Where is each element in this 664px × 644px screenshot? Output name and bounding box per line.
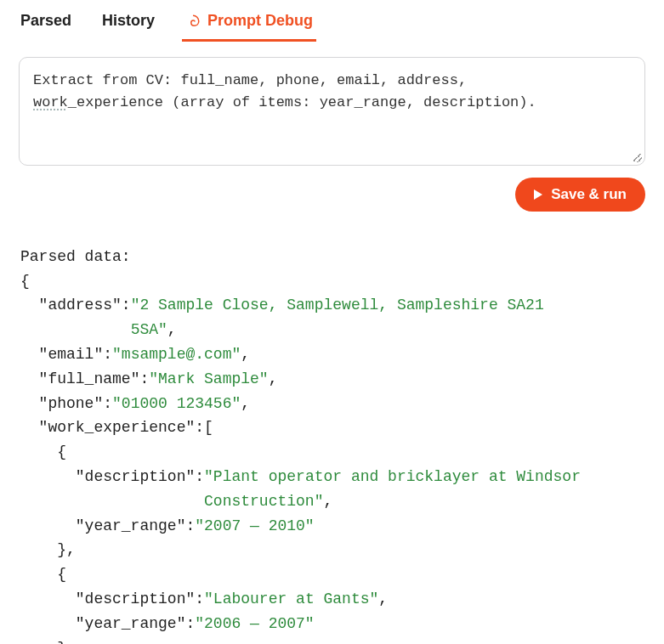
field-fullname-key: "full_name" bbox=[39, 370, 140, 387]
we1-desc-value-cont: Construction" bbox=[204, 493, 323, 510]
parsed-output: Parsed data: { "address":"2 Sample Close… bbox=[19, 220, 645, 644]
tab-parsed[interactable]: Parsed bbox=[20, 12, 71, 40]
prompt-line-1: Extract from CV: full_name, phone, email… bbox=[33, 72, 467, 88]
field-phone-value: "01000 123456" bbox=[112, 395, 241, 412]
spiral-icon bbox=[185, 14, 201, 29]
prompt-line-2-rest: _experience (array of items: year_range,… bbox=[68, 94, 536, 110]
content-area: Extract from CV: full_name, phone, email… bbox=[0, 40, 664, 644]
field-address-value: "2 Sample Close, Samplewell, Sampleshire… bbox=[131, 297, 544, 314]
field-email-key: "email" bbox=[39, 346, 104, 363]
field-workexp-key: "work_experience" bbox=[39, 419, 196, 436]
we1-desc-key: "description" bbox=[76, 468, 195, 485]
we2-desc-value: "Labourer at Gants" bbox=[204, 590, 378, 607]
field-address-value-cont: 5SA" bbox=[131, 321, 167, 338]
tab-bar: Parsed History Prompt Debug bbox=[0, 0, 664, 40]
output-header: Parsed data: bbox=[20, 248, 131, 265]
save-and-run-button[interactable]: Save & run bbox=[515, 178, 645, 212]
field-fullname-value: "Mark Sample" bbox=[149, 370, 268, 387]
save-and-run-label: Save & run bbox=[551, 186, 627, 203]
play-icon bbox=[534, 189, 542, 200]
tab-prompt-debug[interactable]: Prompt Debug bbox=[185, 12, 313, 40]
prompt-underlined-word: work bbox=[33, 94, 68, 110]
field-address-key: "address" bbox=[39, 297, 122, 314]
we2-desc-key: "description" bbox=[76, 590, 195, 607]
tab-prompt-debug-label: Prompt Debug bbox=[207, 12, 313, 30]
we1-year-value: "2007 — 2010" bbox=[195, 517, 314, 534]
we2-year-value: "2006 — 2007" bbox=[195, 615, 314, 632]
json-open-brace: { bbox=[20, 273, 30, 290]
field-phone-key: "phone" bbox=[39, 395, 104, 412]
actions-row: Save & run bbox=[19, 178, 645, 212]
prompt-textarea[interactable]: Extract from CV: full_name, phone, email… bbox=[19, 57, 645, 166]
field-email-value: "msample@.com" bbox=[112, 346, 241, 363]
we2-year-key: "year_range" bbox=[76, 615, 186, 632]
we1-year-key: "year_range" bbox=[76, 517, 186, 534]
we1-desc-value: "Plant operator and bricklayer at Windso… bbox=[204, 468, 581, 485]
tab-history[interactable]: History bbox=[102, 12, 155, 40]
